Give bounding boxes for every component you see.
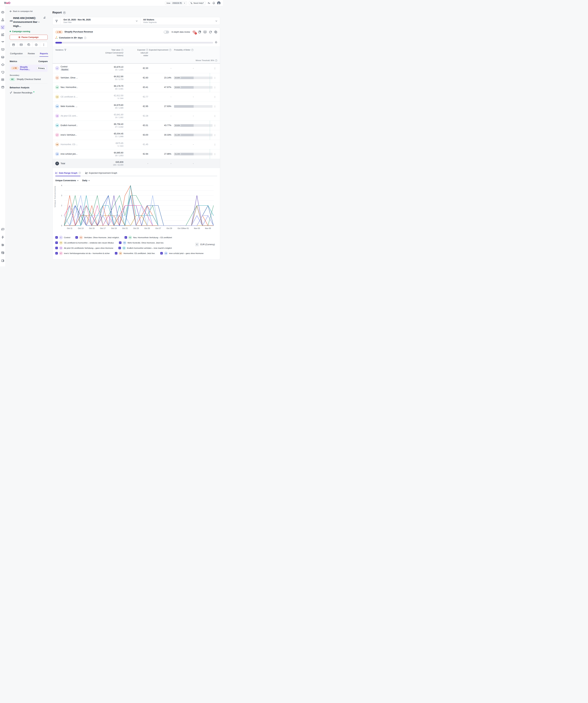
row-menu-icon[interactable]: ⋮ xyxy=(213,86,217,89)
sidebar-item-calendar-icon[interactable] xyxy=(0,85,5,89)
legend-checkbox[interactable]: ✓ xyxy=(55,241,58,244)
legend-checkbox[interactable]: ✓ xyxy=(160,252,163,254)
sidebar-item-dashboard-icon[interactable] xyxy=(0,10,5,15)
help-icon[interactable]: ? xyxy=(215,59,217,62)
row-menu-icon[interactable]: ⋮ xyxy=(213,67,217,70)
metric-name[interactable]: Shopify Purchase Revenue xyxy=(65,30,93,33)
sidebar-item-recordings-icon[interactable] xyxy=(0,227,5,232)
archive-button[interactable] xyxy=(10,42,17,48)
notifications-bell-icon[interactable] xyxy=(212,2,215,4)
more-options-button[interactable]: ⋮ xyxy=(40,42,48,48)
account-selector[interactable]: Inne #996036 xyxy=(165,1,187,5)
row-menu-icon[interactable]: ⋮ xyxy=(213,105,217,108)
sidebar-item-inbox-icon[interactable] xyxy=(0,55,5,60)
pie-chart-icon[interactable] xyxy=(198,30,201,33)
vwo-logo[interactable]: VwO xyxy=(4,1,10,5)
health-alert-icon[interactable]: 1 xyxy=(193,30,196,33)
pause-campaign-button[interactable]: Pause Campaign xyxy=(10,35,48,40)
svg-text:Oct 27: Oct 27 xyxy=(155,227,161,229)
tab-date-range-graph[interactable]: Date Range Graph ? xyxy=(55,172,81,176)
duplicate-button[interactable] xyxy=(25,42,32,48)
visitor-segments-select[interactable]: All Visitors Visitor Segments xyxy=(140,17,220,25)
info-icon[interactable]: i xyxy=(84,37,86,39)
activity-icon[interactable] xyxy=(208,2,210,4)
history-button[interactable] xyxy=(32,42,40,48)
copy-icon[interactable] xyxy=(180,2,182,4)
total-value: €875.85 xyxy=(96,142,123,144)
svg-text:Oct 25: Oct 25 xyxy=(144,227,150,229)
primary-metric-row[interactable]: ☆ M1 Shopify Purchas... Primary xyxy=(10,65,48,72)
legend-checkbox[interactable]: ✓ xyxy=(55,236,58,239)
row-menu-icon[interactable]: ⋮ xyxy=(213,96,217,98)
row-menu-icon[interactable]: ⋮ xyxy=(213,124,217,127)
notify-bell-icon[interactable] xyxy=(215,41,217,44)
variations-filter-icon[interactable] xyxy=(64,49,66,51)
chevron-down-icon xyxy=(215,20,217,22)
probability-bar: 51.15% xyxy=(174,134,213,136)
legend-checkbox[interactable]: ✓ xyxy=(55,252,58,254)
svg-text:Oct 23: Oct 23 xyxy=(133,227,139,229)
report-tour-play-icon[interactable] xyxy=(63,11,66,14)
tab-review[interactable]: Review xyxy=(27,51,35,57)
secondary-label: Secondary xyxy=(10,74,48,76)
secondary-metric-row[interactable]: M2 Shopify Checkout Started xyxy=(10,78,48,81)
legend-checkbox[interactable]: ✓ xyxy=(119,241,122,244)
help-icon[interactable]: ? xyxy=(146,49,148,51)
sidebar-item-window-history-icon[interactable] xyxy=(0,250,5,255)
help-icon[interactable]: ? xyxy=(79,172,81,174)
row-menu-icon[interactable]: ⋮ xyxy=(213,77,217,79)
row-menu-icon[interactable]: ⋮ xyxy=(213,153,217,155)
row-menu-icon[interactable]: ⋮ xyxy=(213,134,217,136)
user-avatar[interactable] xyxy=(217,1,220,5)
legend-checkbox[interactable]: ✓ xyxy=(115,252,118,254)
sidebar-item-experiments-icon[interactable] xyxy=(0,17,5,22)
tab-expected-improvement-graph[interactable]: Expected Improvement Graph xyxy=(85,172,117,176)
docs-book-icon[interactable] xyxy=(204,30,207,33)
sidebar-item-apps-icon[interactable] xyxy=(0,258,5,263)
expected-improvement: 43.77% xyxy=(148,124,171,127)
help-icon[interactable]: ? xyxy=(191,49,194,51)
row-menu-icon[interactable]: ⋮ xyxy=(213,115,217,117)
sidebar-item-funnel-split-icon[interactable] xyxy=(0,40,5,45)
trend-chart-icon xyxy=(85,172,88,174)
legend-item-c: ✓CControl xyxy=(55,236,70,239)
total-value: €6,758.40 xyxy=(96,123,123,126)
help-icon[interactable]: ? xyxy=(169,49,171,51)
settings-gear-icon[interactable] xyxy=(214,30,217,33)
expected-improvement: 27.86% xyxy=(148,153,171,155)
sidebar-item-integrations-icon[interactable] xyxy=(0,235,5,240)
email-button[interactable] xyxy=(17,42,25,48)
sidebar-item-ab-testing-icon[interactable]: AB xyxy=(0,25,5,29)
variation-name: inne schützt jetz... xyxy=(61,153,78,155)
variation-badge: C xyxy=(55,66,59,70)
legend-checkbox[interactable]: ✓ xyxy=(55,247,58,249)
legend-checkbox[interactable]: ✓ xyxy=(75,236,78,239)
in-depth-toggle[interactable] xyxy=(164,30,169,33)
tab-configuration[interactable]: Configuration xyxy=(10,51,23,57)
sidebar-item-screencast-icon[interactable] xyxy=(0,70,5,75)
edit-campaign-icon[interactable] xyxy=(44,16,46,28)
expected-value-per-visitor: €2.94 xyxy=(123,153,148,155)
tab-reports[interactable]: Reports xyxy=(40,51,48,57)
row-menu-icon[interactable]: ⋮ xyxy=(213,143,217,146)
winner-threshold-line xyxy=(210,121,210,130)
refresh-icon[interactable] xyxy=(209,30,212,33)
metric-dropdown[interactable]: Unique Conversions xyxy=(55,179,79,182)
baseline-tag: Baseline xyxy=(61,68,69,71)
session-recordings-link[interactable]: Session Recordings xyxy=(10,91,48,94)
sidebar-item-deploy-icon[interactable] xyxy=(0,47,5,52)
sidebar-item-data-stack-icon[interactable] xyxy=(0,77,5,82)
back-to-campaigns-link[interactable]: Back to campaigns list xyxy=(10,10,48,12)
svg-text:Nov 03: Nov 03 xyxy=(194,227,200,229)
legend-checkbox[interactable]: ✓ xyxy=(119,247,121,249)
compare-link[interactable]: Compare xyxy=(39,60,48,63)
legend-checkbox[interactable]: ✓ xyxy=(125,236,127,239)
sidebar-item-preferences-icon[interactable] xyxy=(0,243,5,247)
need-help-button[interactable]: Need Help? xyxy=(189,1,206,5)
sidebar-item-widgets-icon[interactable] xyxy=(0,32,5,37)
interval-dropdown[interactable]: Daily xyxy=(82,179,90,182)
conclusion-text: Conclusion in 30+ days xyxy=(59,36,83,39)
sidebar-item-goals-icon[interactable] xyxy=(0,62,5,67)
date-filter-select[interactable]: Oct 10, 2025 - Nov 06, 2025 Date Filter xyxy=(61,17,140,25)
help-icon[interactable]: ? xyxy=(121,49,123,51)
